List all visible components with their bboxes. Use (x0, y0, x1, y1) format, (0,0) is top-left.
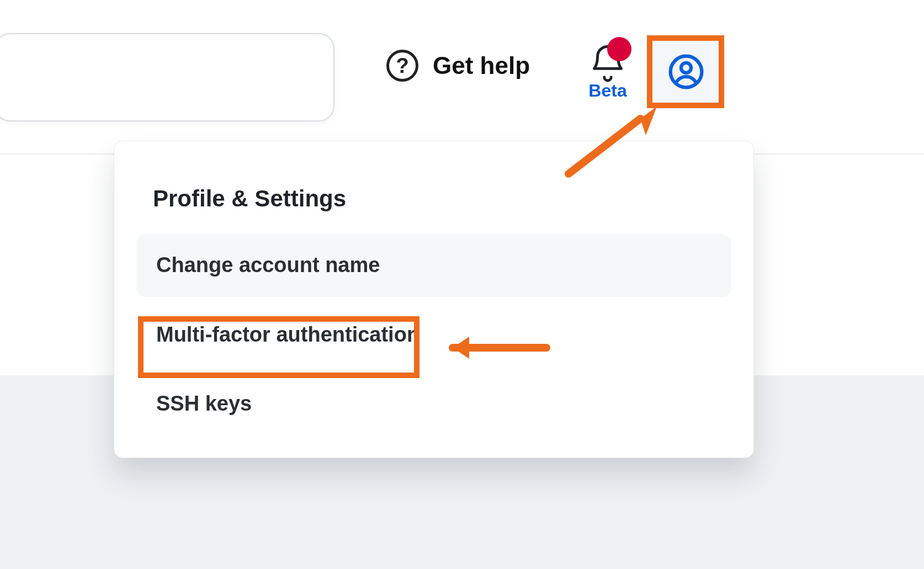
get-help-button[interactable]: ? Get help (386, 50, 530, 82)
profile-menu-title: Profile & Settings (114, 141, 753, 234)
get-help-label: Get help (433, 52, 530, 79)
question-mark-icon: ? (386, 50, 418, 82)
notification-dot-icon (607, 37, 631, 61)
menu-item-multi-factor-authentication[interactable]: Multi-factor authentication (136, 304, 731, 366)
menu-item-label: Multi-factor authentication (156, 323, 419, 346)
profile-dropdown-menu: Profile & Settings Change account name M… (114, 141, 754, 458)
menu-item-ssh-keys[interactable]: SSH keys (136, 373, 731, 435)
menu-item-change-account-name[interactable]: Change account name (136, 234, 731, 297)
menu-item-label: Change account name (156, 253, 380, 276)
user-circle-icon (667, 53, 705, 91)
profile-button[interactable] (650, 39, 722, 105)
notifications-button[interactable]: Beta (577, 43, 638, 101)
bell-icon (587, 43, 628, 84)
search-input[interactable] (0, 33, 334, 121)
menu-item-label: SSH keys (156, 392, 252, 415)
svg-point-1 (681, 63, 691, 73)
